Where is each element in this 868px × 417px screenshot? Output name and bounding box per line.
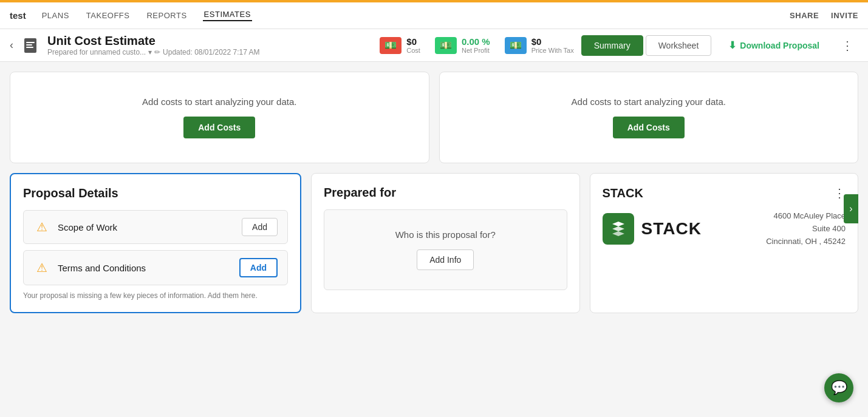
stack-card: STACK ⋮ STACK 4600 McAuley Place Suite 4… (590, 173, 859, 313)
terms-warning-icon: ⚠ (33, 259, 50, 276)
nav-invite[interactable]: INVITE (831, 11, 858, 20)
expand-icon: › (849, 203, 852, 214)
nav-item-plans[interactable]: PLANS (41, 11, 70, 20)
prepared-for-question: Who is this proposal for? (395, 229, 496, 240)
prepared-for-inner: Who is this proposal for? Add Info (324, 209, 567, 290)
svg-rect-2 (26, 44, 32, 46)
header-tabs: Summary Worksheet (581, 35, 712, 56)
stack-logo-icon (603, 213, 634, 245)
header-more-button[interactable]: ⋮ (836, 36, 858, 55)
estimate-icon (21, 36, 40, 55)
net-profit-label: Net Profit (462, 47, 490, 54)
nav-item-estimates[interactable]: ESTIMATES (203, 10, 252, 21)
svg-rect-1 (26, 42, 35, 43)
analyze-cards-row: Add costs to start analyzing your data. … (10, 72, 858, 163)
scope-warning-icon: ⚠ (33, 219, 50, 236)
stat-net-profit: 💵 0.00 % Net Profit (435, 36, 490, 54)
price-with-tax-icon: 💵 (505, 37, 527, 54)
stack-address-line2: Suite 400 (766, 223, 846, 236)
edit-icon[interactable]: ✏ (154, 48, 160, 56)
add-info-button[interactable]: Add Info (417, 249, 474, 270)
nav-item-takeoffs[interactable]: TAKEOFFS (85, 11, 131, 20)
proposal-details-card: Proposal Details ⚠ Scope of Work Add ⚠ T… (10, 173, 301, 313)
add-costs-button-left[interactable]: Add Costs (183, 117, 255, 138)
svg-rect-3 (26, 47, 33, 48)
nav-right-actions: SHARE INVITE (790, 11, 858, 20)
analyze-card-right: Add costs to start analyzing your data. … (439, 72, 859, 163)
price-with-tax-value: $0 (531, 36, 574, 47)
stack-title: STACK (603, 186, 643, 200)
terms-conditions-add-button[interactable]: Add (239, 258, 278, 277)
net-profit-value: 0.00 % (462, 36, 490, 47)
expand-panel-button[interactable]: › (844, 194, 858, 223)
tab-summary[interactable]: Summary (581, 35, 643, 56)
dropdown-arrow[interactable]: ▾ (148, 48, 152, 56)
stack-address-line3: Cincinnati, OH , 45242 (766, 236, 846, 248)
scope-of-work-row: ⚠ Scope of Work Add (23, 210, 288, 244)
net-profit-icon: 💵 (435, 37, 457, 54)
nav-logo[interactable]: test (10, 10, 26, 21)
page-title: Unit Cost Estimate (47, 34, 372, 48)
tab-worksheet[interactable]: Worksheet (646, 35, 712, 56)
download-proposal-button[interactable]: ⬇ Download Proposal (719, 35, 829, 56)
proposal-details-title: Proposal Details (23, 186, 288, 200)
stat-cost: 💵 $0 Cost (380, 36, 420, 54)
scope-of-work-label: Scope of Work (58, 222, 234, 232)
stack-card-header: STACK ⋮ (603, 186, 846, 200)
analyze-message-right: Add costs to start analyzing your data. (572, 97, 726, 107)
analyze-card-left: Add costs to start analyzing your data. … (10, 72, 429, 163)
scope-of-work-add-button[interactable]: Add (242, 218, 278, 236)
missing-info-text: Your proposal is missing a few key piece… (23, 291, 288, 300)
header-subtitle: Prepared for unnamed custo... ▾ ✏ Update… (47, 48, 372, 56)
terms-conditions-label: Terms and Conditions (58, 263, 232, 273)
updated-timestamp: Updated: 08/01/2022 7:17 AM (163, 48, 259, 56)
terms-conditions-row: ⚠ Terms and Conditions Add (23, 250, 288, 285)
page-header: ‹ Unit Cost Estimate Prepared for unname… (0, 29, 868, 62)
prepared-for-card: Prepared for Who is this proposal for? A… (311, 173, 580, 313)
main-content: Add costs to start analyzing your data. … (0, 62, 868, 323)
header-title-area: Unit Cost Estimate Prepared for unnamed … (47, 34, 372, 56)
nav-item-reports[interactable]: REPORTS (145, 11, 188, 20)
nav-share[interactable]: SHARE (790, 11, 819, 20)
header-stats: 💵 $0 Cost 💵 0.00 % Net Profit 💵 $0 Price… (380, 36, 573, 54)
stat-price-with-tax: 💵 $0 Price With Tax (505, 36, 574, 54)
back-button[interactable]: ‹ (10, 39, 13, 52)
prepared-for-label: Prepared for unnamed custo... (47, 48, 146, 56)
back-icon: ‹ (10, 39, 13, 52)
top-navigation: test PLANS TAKEOFFS REPORTS ESTIMATES SH… (0, 2, 868, 29)
stack-logo-area: STACK 4600 McAuley Place Suite 400 Cinci… (603, 210, 846, 248)
analyze-message-left: Add costs to start analyzing your data. (142, 97, 296, 107)
price-with-tax-label: Price With Tax (531, 47, 574, 54)
add-costs-button-right[interactable]: Add Costs (613, 117, 685, 138)
stack-address-line1: 4600 McAuley Place (766, 210, 846, 223)
cost-icon: 💵 (380, 37, 402, 54)
stack-logo-text: STACK (641, 219, 702, 239)
download-icon: ⬇ (728, 39, 736, 51)
cost-value: $0 (406, 36, 420, 47)
cost-label: Cost (406, 47, 420, 54)
bottom-row: Proposal Details ⚠ Scope of Work Add ⚠ T… (10, 173, 858, 313)
prepared-for-title: Prepared for (324, 186, 567, 200)
stack-address: 4600 McAuley Place Suite 400 Cincinnati,… (766, 210, 846, 248)
